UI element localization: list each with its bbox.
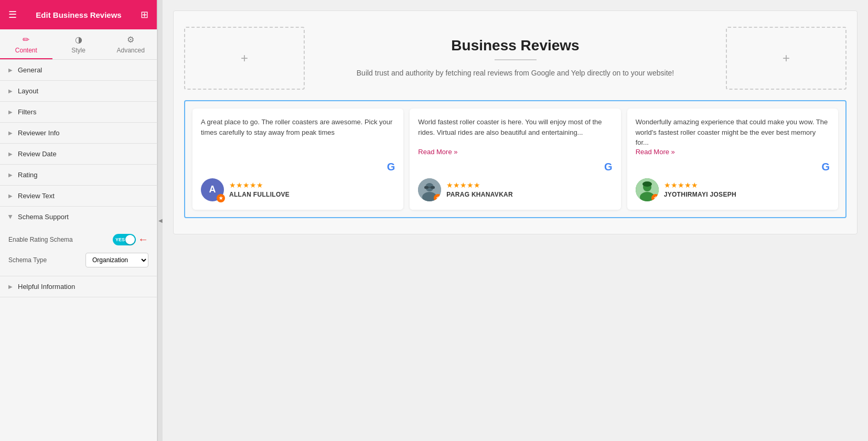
hamburger-icon[interactable]: ☰ (8, 9, 17, 20)
card-footer-1: A ★ ★★★★★ Allan Fullilove (201, 178, 395, 201)
tab-style[interactable]: ◑ Style (52, 29, 105, 59)
add-block-left[interactable]: + (184, 27, 305, 90)
plus-icon-right: + (783, 51, 790, 66)
stars-3: ★★★★★ (664, 181, 736, 189)
schema-support-content: Enable Rating Schema YES ← Schema Type O… (0, 227, 157, 276)
accordion-rating-label: Rating (18, 171, 38, 179)
read-more-2[interactable]: Read More » (418, 148, 612, 156)
sidebar: ☰ Edit Business Reviews ⊞ ✏ Content ◑ St… (0, 0, 157, 441)
accordion-rating: ▶ Rating (0, 165, 157, 186)
red-arrow-icon: ← (138, 233, 148, 245)
accordion-schema-support: ▶ Schema Support Enable Rating Schema YE… (0, 207, 157, 276)
svg-point-9 (642, 181, 652, 187)
accordion-review-text-label: Review Text (18, 192, 55, 200)
plus-icon-left: + (241, 51, 248, 66)
accordion-review-date-header[interactable]: ▶ Review Date (0, 144, 157, 164)
chevron-helpful-info: ▶ (8, 284, 13, 289)
enable-rating-toggle[interactable]: YES (113, 234, 136, 245)
chevron-review-date: ▶ (8, 151, 13, 157)
accordion-review-text: ▶ Review Text (0, 186, 157, 207)
reviewer-info-2: ★★★★★ PARAG KHANAVKAR (446, 181, 513, 198)
accordion-helpful-info-header[interactable]: ▶ Helpful Information (0, 276, 157, 297)
hero-section: Business Reviews Build trust and authori… (305, 27, 726, 90)
avatar-initial-1: A (209, 184, 216, 195)
accordion-filters: ▶ Filters (0, 102, 157, 123)
schema-type-label: Schema Type (8, 256, 47, 264)
avatar-3: ★ (636, 178, 659, 201)
arrow-indicator: YES ← (113, 233, 148, 245)
accordion-rating-header[interactable]: ▶ Rating (0, 165, 157, 185)
sidebar-tabs: ✏ Content ◑ Style ⚙ Advanced (0, 29, 157, 60)
chevron-reviewer-info: ▶ (8, 130, 13, 136)
accordion-helpful-info-label: Helpful Information (18, 283, 75, 291)
chevron-rating: ▶ (8, 172, 13, 178)
reviews-section: A great place to go. The roller coasters… (184, 100, 846, 218)
review-card-2: World fastest roller coaster is here. Yo… (410, 109, 620, 210)
schema-type-select[interactable]: Organization LocalBusiness Product (85, 253, 148, 267)
add-block-right[interactable]: + (726, 27, 846, 90)
accordion-filters-header[interactable]: ▶ Filters (0, 102, 157, 122)
chevron-layout: ▶ (8, 88, 13, 94)
chevron-filters: ▶ (8, 109, 13, 115)
preview-area: + Business Reviews Build trust and autho… (173, 10, 858, 234)
stars-1: ★★★★★ (229, 181, 290, 189)
chevron-general: ▶ (8, 67, 13, 73)
enable-rating-row: Enable Rating Schema YES ← (8, 233, 148, 245)
top-section: + Business Reviews Build trust and autho… (184, 27, 846, 90)
tab-advanced[interactable]: ⚙ Advanced (104, 29, 157, 59)
tab-content[interactable]: ✏ Content (0, 29, 52, 59)
main-preview: + Business Reviews Build trust and autho… (163, 0, 868, 441)
reviewer-info-3: ★★★★★ Jyothirmayi Joseph (664, 181, 736, 198)
review-text-1: A great place to go. The roller coasters… (201, 117, 395, 156)
reviewer-info-1: ★★★★★ Allan Fullilove (229, 181, 290, 198)
reviewer-name-2: PARAG KHANAVKAR (446, 191, 513, 198)
review-text-2: World fastest roller coaster is here. Yo… (418, 117, 612, 148)
toggle-yes-label: YES (115, 237, 125, 242)
google-icon-1: G (387, 161, 395, 173)
sidebar-header: ☰ Edit Business Reviews ⊞ (0, 0, 157, 29)
card-icon-row-1: G (201, 161, 395, 173)
card-footer-2: ★ ★★★★★ PARAG KHANAVKAR (418, 178, 612, 201)
style-tab-icon: ◑ (75, 35, 82, 45)
card-footer-3: ★ ★★★★★ Jyothirmayi Joseph (636, 178, 830, 201)
accordion-reviewer-info-label: Reviewer Info (18, 129, 59, 137)
accordion-filters-label: Filters (18, 108, 36, 116)
card-icon-row-2: G (418, 161, 612, 173)
accordion-layout-header[interactable]: ▶ Layout (0, 81, 157, 101)
accordion-schema-support-header[interactable]: ▶ Schema Support (0, 207, 157, 227)
reviewer-name-3: Jyothirmayi Joseph (664, 191, 736, 198)
review-text-3: Wonderfully amazing experience that coul… (636, 117, 830, 148)
avatar-badge-1: ★ (217, 194, 225, 202)
accordion-review-text-header[interactable]: ▶ Review Text (0, 186, 157, 206)
accordion-layout: ▶ Layout (0, 81, 157, 102)
accordion-review-date: ▶ Review Date (0, 144, 157, 165)
accordion-review-date-label: Review Date (18, 150, 57, 158)
avatar-badge-3: ★ (651, 194, 659, 201)
chevron-review-text: ▶ (8, 193, 13, 199)
sidebar-title: Edit Business Reviews (17, 10, 141, 19)
hero-subtitle: Build trust and authority by fetching re… (320, 68, 710, 79)
avatar-badge-2: ★ (434, 194, 441, 201)
accordion-reviewer-info: ▶ Reviewer Info (0, 123, 157, 144)
style-tab-label: Style (71, 47, 85, 54)
enable-rating-label: Enable Rating Schema (8, 236, 73, 243)
accordion-general-header[interactable]: ▶ General (0, 60, 157, 80)
reviewer-name-1: Allan Fullilove (229, 191, 290, 198)
collapse-arrow-icon: ◀ (158, 218, 163, 223)
card-top-1: A great place to go. The roller coasters… (201, 117, 395, 156)
svg-rect-3 (424, 186, 428, 189)
accordion-reviewer-info-header[interactable]: ▶ Reviewer Info (0, 123, 157, 143)
content-tab-icon: ✏ (23, 35, 29, 45)
accordion-general-label: General (18, 66, 42, 74)
hero-divider (495, 59, 537, 60)
stars-2: ★★★★★ (446, 181, 513, 189)
content-tab-label: Content (15, 47, 37, 54)
advanced-tab-label: Advanced (116, 47, 144, 54)
review-card-1: A great place to go. The roller coasters… (192, 109, 403, 210)
card-top-3: Wonderfully amazing experience that coul… (636, 117, 830, 156)
collapse-handle[interactable]: ◀ (157, 0, 163, 441)
accordion-layout-label: Layout (18, 87, 38, 95)
accordion-helpful-info: ▶ Helpful Information (0, 276, 157, 297)
read-more-3[interactable]: Read More » (636, 148, 830, 156)
grid-icon[interactable]: ⊞ (141, 9, 148, 20)
